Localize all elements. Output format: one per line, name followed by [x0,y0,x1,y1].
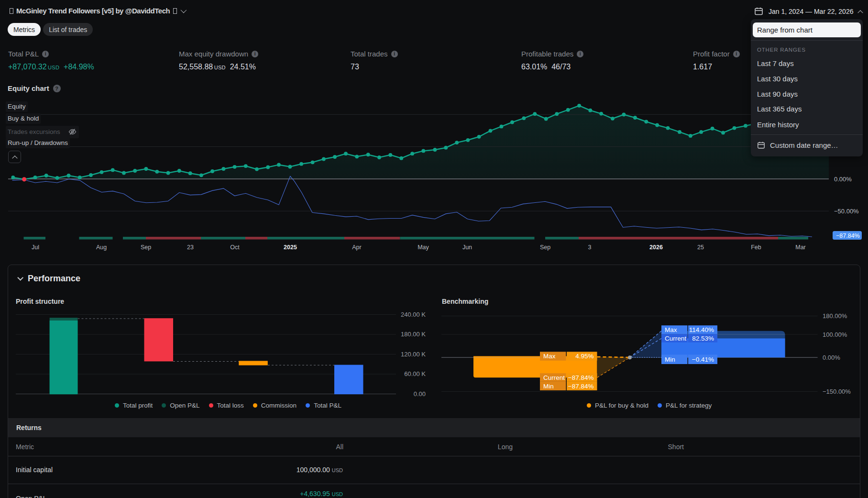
svg-text:114.40%: 114.40% [689,326,714,333]
svg-text:Current: Current [665,335,686,342]
svg-text:0.00%: 0.00% [834,176,852,183]
svg-text:Current: Current [543,374,565,381]
svg-text:Sep: Sep [141,244,151,251]
svg-text:−150.00%: −150.00% [823,388,851,395]
svg-text:−87.84%: −87.84% [568,374,594,381]
svg-text:Sep: Sep [540,244,550,251]
svg-text:Jul: Jul [32,244,39,251]
svg-text:82.53%: 82.53% [692,335,714,342]
svg-text:0.00%: 0.00% [823,354,840,361]
svg-text:3: 3 [588,244,592,251]
svg-text:0.00: 0.00 [414,390,426,398]
svg-text:Jun: Jun [462,244,472,251]
svg-text:Max: Max [665,326,677,333]
svg-text:180.00 K: 180.00 K [401,331,426,338]
svg-text:2026: 2026 [649,244,663,251]
svg-text:23: 23 [187,244,194,251]
svg-text:100.00%: 100.00% [823,331,847,338]
svg-text:May: May [418,244,429,251]
svg-text:Apr: Apr [352,244,361,251]
svg-text:−87.84%: −87.84% [568,383,594,390]
svg-text:Aug: Aug [96,244,107,251]
svg-text:−87.84%: −87.84% [836,232,860,239]
svg-text:Feb: Feb [751,244,761,251]
svg-text:Oct: Oct [230,244,240,251]
svg-text:4.95%: 4.95% [575,353,593,360]
svg-text:180.00%: 180.00% [823,312,847,320]
svg-text:120.00 K: 120.00 K [401,351,426,358]
svg-text:Mar: Mar [795,244,806,251]
svg-text:25: 25 [697,244,704,251]
svg-text:60.00 K: 60.00 K [404,370,426,377]
svg-text:−0.41%: −0.41% [692,356,714,363]
svg-text:240.00 K: 240.00 K [401,311,426,318]
svg-text:−50.00%: −50.00% [834,208,859,215]
svg-text:Min: Min [665,356,675,363]
svg-text:Min: Min [543,383,554,390]
svg-text:Max: Max [543,353,556,360]
svg-text:2025: 2025 [284,244,297,251]
